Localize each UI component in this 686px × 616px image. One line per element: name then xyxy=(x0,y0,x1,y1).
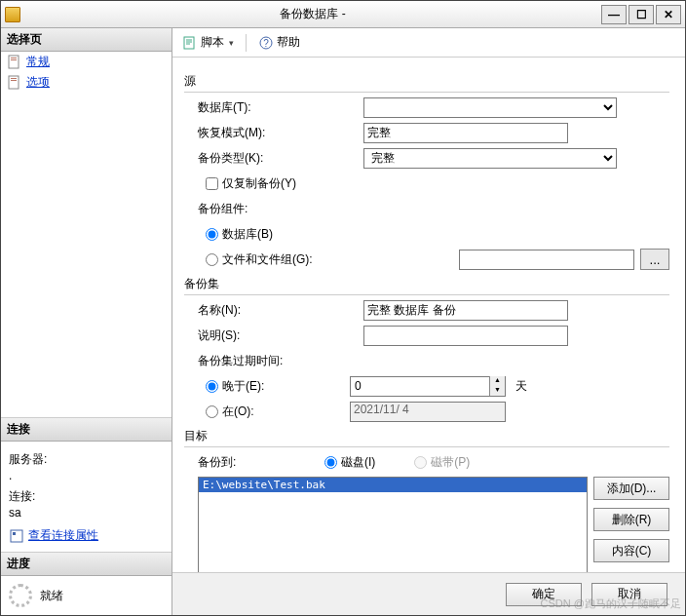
days-unit: 天 xyxy=(515,378,527,395)
set-name-input[interactable] xyxy=(363,300,568,321)
expire-date-picker[interactable]: 2021/11/ 4 xyxy=(350,402,506,422)
svg-rect-8 xyxy=(184,37,194,49)
select-page-header: 选择页 xyxy=(1,28,172,52)
spin-up-icon[interactable]: ▲ xyxy=(489,376,505,386)
sidebar-item-options[interactable]: 选项 xyxy=(1,72,172,93)
svg-rect-4 xyxy=(11,78,17,79)
toolbar-separator xyxy=(246,34,247,52)
dest-disk-radio[interactable]: 磁盘(I) xyxy=(324,454,375,471)
source-group: 源 xyxy=(184,73,669,93)
dialog-footer: 确定 取消 CSDN @跑马的汉子随眠不足 xyxy=(172,572,685,615)
watermark: CSDN @跑马的汉子随眠不足 xyxy=(541,597,681,611)
list-item[interactable]: E:\website\Test.bak xyxy=(199,478,587,492)
progress-status: 就绪 xyxy=(40,588,63,604)
filegroup-field xyxy=(459,250,634,270)
toolbar: 脚本 ? 帮助 xyxy=(172,28,685,58)
backup-type-select[interactable]: 完整 xyxy=(363,148,617,169)
component-database-radio[interactable]: 数据库(B) xyxy=(206,226,273,243)
page-icon xyxy=(7,75,22,91)
backup-to-label: 备份到: xyxy=(198,454,324,471)
expire-on-radio[interactable]: 在(O): xyxy=(206,404,350,420)
connection-value: sa xyxy=(9,506,164,520)
add-button[interactable]: 添加(D)... xyxy=(593,477,669,500)
close-button[interactable]: ✕ xyxy=(656,5,681,24)
sidebar: 选择页 常规 选项 连接 服务器: . 连接: sa 查看连 xyxy=(1,28,172,615)
server-label: 服务器: xyxy=(9,451,164,468)
set-desc-input[interactable] xyxy=(363,326,568,346)
properties-icon xyxy=(9,528,24,544)
svg-rect-6 xyxy=(11,530,22,542)
expire-label: 备份集过期时间: xyxy=(198,353,363,369)
database-select[interactable] xyxy=(363,97,617,118)
dialog-window: 备份数据库 - — ☐ ✕ 选择页 常规 选项 连接 服务器: . 连接: xyxy=(0,0,686,616)
view-connection-props-link[interactable]: 查看连接属性 xyxy=(28,527,98,544)
minimize-button[interactable]: — xyxy=(601,5,627,24)
help-icon: ? xyxy=(258,35,274,51)
spin-down-icon[interactable]: ▼ xyxy=(489,386,505,396)
progress-header: 进度 xyxy=(1,553,172,576)
page-icon xyxy=(7,55,22,70)
svg-rect-0 xyxy=(9,56,19,68)
server-value: . xyxy=(9,469,164,482)
svg-rect-7 xyxy=(13,532,16,535)
set-name-label: 名称(N): xyxy=(198,302,363,319)
recovery-model-field xyxy=(363,123,568,143)
svg-rect-3 xyxy=(9,76,19,89)
window-title: 备份数据库 - xyxy=(26,6,599,22)
svg-text:?: ? xyxy=(263,38,269,49)
sidebar-item-label: 常规 xyxy=(26,54,50,70)
expire-days-spinner[interactable]: 0 ▲▼ xyxy=(350,376,506,397)
progress-spinner-icon xyxy=(9,584,32,607)
backup-set-group: 备份集 xyxy=(184,276,669,295)
maximize-button[interactable]: ☐ xyxy=(629,5,654,24)
destination-list[interactable]: E:\website\Test.bak xyxy=(198,477,588,572)
svg-rect-2 xyxy=(11,59,17,60)
script-button[interactable]: 脚本 xyxy=(178,32,238,53)
remove-button[interactable]: 删除(R) xyxy=(593,508,669,531)
connection-header: 连接 xyxy=(1,418,172,442)
sidebar-item-label: 选项 xyxy=(26,74,50,91)
destination-group: 目标 xyxy=(184,428,669,447)
svg-rect-5 xyxy=(11,80,17,81)
sidebar-item-general[interactable]: 常规 xyxy=(1,52,172,72)
help-button[interactable]: ? 帮助 xyxy=(254,32,304,53)
copy-only-checkbox[interactable]: 仅复制备份(Y) xyxy=(206,175,296,192)
title-bar: 备份数据库 - — ☐ ✕ xyxy=(1,1,685,28)
component-filegroup-radio[interactable]: 文件和文件组(G): xyxy=(206,251,313,268)
connection-label: 连接: xyxy=(9,488,164,505)
set-desc-label: 说明(S): xyxy=(198,327,363,344)
backup-type-label: 备份类型(K): xyxy=(198,150,363,167)
filegroup-browse-button[interactable]: ... xyxy=(640,249,669,270)
recovery-model-label: 恢复模式(M): xyxy=(198,125,363,141)
dest-tape-radio: 磁带(P) xyxy=(414,454,470,471)
contents-button[interactable]: 内容(C) xyxy=(593,539,669,562)
database-label: 数据库(T): xyxy=(198,99,363,116)
backup-component-label: 备份组件: xyxy=(198,201,363,217)
script-icon xyxy=(182,35,198,51)
app-icon xyxy=(5,7,20,22)
expire-after-radio[interactable]: 晚于(E): xyxy=(206,378,350,395)
svg-rect-1 xyxy=(11,58,17,58)
